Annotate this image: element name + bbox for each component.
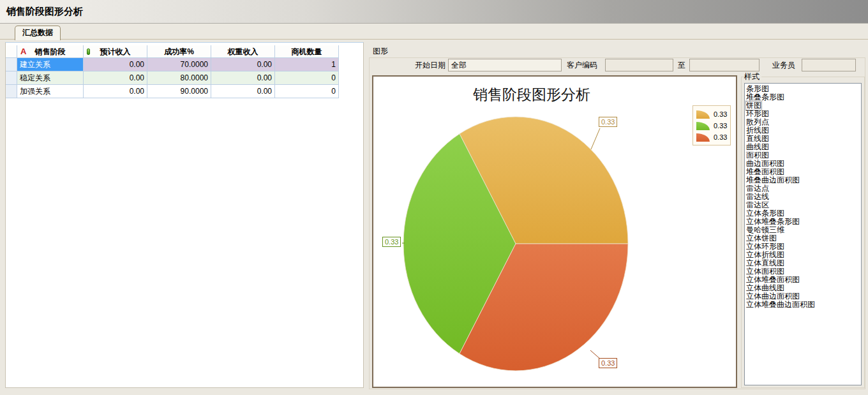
column-header-stage[interactable]: A 销售阶段 xyxy=(17,45,84,58)
row-indicator[interactable] xyxy=(6,71,17,85)
legend-entry: 0.33 xyxy=(696,120,727,131)
summary-grid: A 销售阶段 预计收入 成功率% 权重收入 商机数量 xyxy=(6,45,339,98)
cell-stage[interactable]: 建立关系 xyxy=(17,58,84,71)
table-row[interactable]: 建立关系 0.00 70.0000 0.00 1 xyxy=(6,58,339,71)
cell-opportunity-count[interactable]: 0 xyxy=(275,85,339,98)
cell-stage[interactable]: 稳定关系 xyxy=(17,71,84,85)
row-indicator[interactable] xyxy=(6,85,17,98)
table-row[interactable]: 稳定关系 0.00 80.0000 0.00 0 xyxy=(6,71,339,85)
salesman-input[interactable] xyxy=(802,59,856,71)
style-option[interactable]: 立体堆叠曲边面积图 xyxy=(746,301,861,309)
table-row[interactable]: 加强关系 0.00 90.0000 0.00 0 xyxy=(6,85,339,98)
cell-success-rate[interactable]: 70.0000 xyxy=(147,58,211,71)
column-header-opportunity-count[interactable]: 商机数量 xyxy=(275,45,339,58)
legend-label: 0.33 xyxy=(714,110,727,118)
legend-entry: 0.33 xyxy=(696,108,727,120)
cell-success-rate[interactable]: 80.0000 xyxy=(147,71,211,85)
cell-expected-income[interactable]: 0.00 xyxy=(84,58,147,71)
pie-callout: 0.33 xyxy=(382,237,401,247)
row-indicator-header xyxy=(6,45,17,58)
to-label: 至 xyxy=(678,59,687,71)
column-label: 成功率% xyxy=(164,45,194,58)
cell-weighted-income[interactable]: 0.00 xyxy=(211,58,275,71)
pie-chart xyxy=(373,77,736,387)
legend-swatch xyxy=(696,133,710,142)
row-indicator[interactable] xyxy=(6,58,17,71)
window-title-bar: 销售阶段图形分析 xyxy=(0,0,868,24)
callout-line xyxy=(591,128,600,149)
chart-legend: 0.330.330.33 xyxy=(692,105,731,145)
pie-callout: 0.33 xyxy=(599,358,617,368)
grid-header-row: A 销售阶段 预计收入 成功率% 权重收入 商机数量 xyxy=(6,45,339,58)
start-date-input[interactable] xyxy=(448,59,562,71)
pie-chart-panel: 销售阶段图形分析 0.33 0.33 0.33 0.330.330.33 xyxy=(372,75,737,388)
legend-entry: 0.33 xyxy=(696,131,727,143)
column-header-success-rate[interactable]: 成功率% xyxy=(147,45,211,58)
graph-group-label: 图形 xyxy=(373,46,391,57)
customer-code-from-input[interactable] xyxy=(605,59,673,71)
summary-panel: A 销售阶段 预计收入 成功率% 权重收入 商机数量 xyxy=(5,42,364,388)
tab-summary-data[interactable]: 汇总数据 xyxy=(15,26,61,40)
customer-code-to-input[interactable] xyxy=(689,59,760,71)
column-header-expected-income[interactable]: 预计收入 xyxy=(84,45,147,58)
style-group-label: 样式 xyxy=(744,71,761,82)
salesman-label: 业务员 xyxy=(770,59,795,71)
pie-callout: 0.33 xyxy=(599,117,617,127)
column-label: 商机数量 xyxy=(292,45,322,58)
legend-swatch xyxy=(696,110,710,119)
cell-opportunity-count[interactable]: 1 xyxy=(275,58,339,71)
column-label: 销售阶段 xyxy=(35,45,66,58)
cell-expected-income[interactable]: 0.00 xyxy=(84,71,147,85)
app-window: 销售阶段图形分析 汇总数据 A 销售阶段 预计收入 成功率% 权重收入 xyxy=(0,0,868,395)
column-label: 预计收入 xyxy=(100,45,131,58)
column-label: 权重收入 xyxy=(228,45,258,58)
cell-stage[interactable]: 加强关系 xyxy=(17,85,84,98)
cell-weighted-income[interactable]: 0.00 xyxy=(211,85,275,98)
cell-success-rate[interactable]: 90.0000 xyxy=(147,85,211,98)
chart-style-listbox[interactable]: 条形图堆叠条形图饼图环形图散列点折线图直线图曲线图面积图曲边面积图堆叠面积图堆叠… xyxy=(744,83,862,385)
start-date-label: 开始日期 xyxy=(389,59,445,71)
cell-expected-income[interactable]: 0.00 xyxy=(84,85,147,98)
legend-label: 0.33 xyxy=(714,122,727,130)
legend-label: 0.33 xyxy=(714,133,727,141)
legend-swatch xyxy=(696,122,710,130)
style-option[interactable]: 堆叠条形图 xyxy=(746,93,861,101)
numeric-field-icon xyxy=(87,48,90,55)
sort-a-icon: A xyxy=(20,45,26,58)
page-title: 销售阶段图形分析 xyxy=(6,6,83,18)
cell-weighted-income[interactable]: 0.00 xyxy=(211,71,275,85)
cell-opportunity-count[interactable]: 0 xyxy=(275,71,339,85)
customer-code-label: 客户编码 xyxy=(559,59,597,71)
tab-strip-divider xyxy=(0,39,868,40)
column-header-weighted-income[interactable]: 权重收入 xyxy=(211,45,275,58)
